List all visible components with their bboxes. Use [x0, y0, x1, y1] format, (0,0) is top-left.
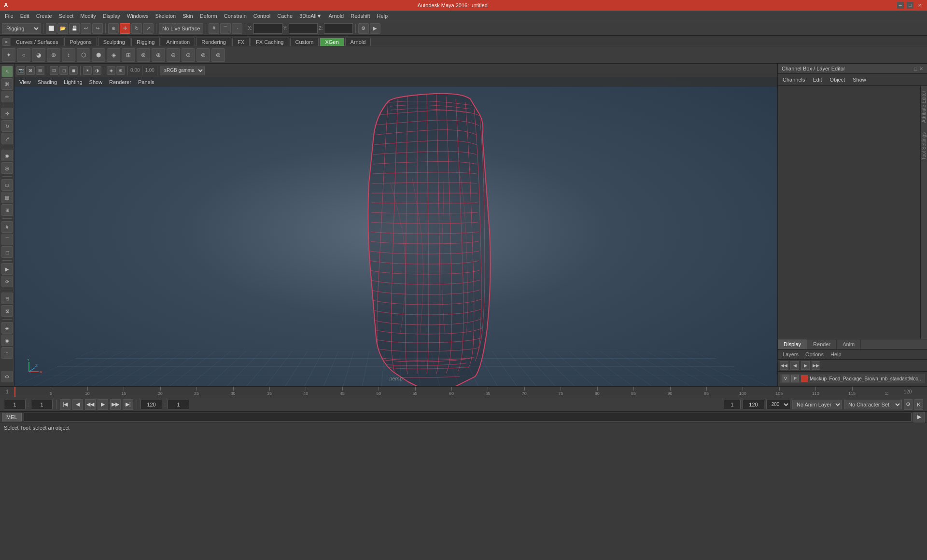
range-start-field[interactable]: [31, 400, 53, 409]
layer-tab-display[interactable]: Display: [778, 339, 807, 349]
shelf-icon-14[interactable]: ⊚: [197, 48, 210, 62]
play-back-btn[interactable]: ◀◀: [85, 399, 96, 410]
new-scene-btn[interactable]: ⬜: [46, 23, 56, 34]
menu-item-help[interactable]: Help: [374, 12, 391, 20]
menu-item-control[interactable]: Control: [251, 12, 273, 20]
current-frame-field[interactable]: [4, 400, 26, 409]
menu-item-edit[interactable]: Edit: [17, 12, 32, 20]
shelf-icon-8[interactable]: ◈: [107, 48, 120, 62]
vp-shadows[interactable]: ◑: [93, 66, 101, 75]
layer-item[interactable]: V P Mockup_Food_Package_Brown_mb_standar…: [780, 374, 925, 383]
shelf-icon-2[interactable]: ○: [17, 48, 30, 62]
anim-layer-select[interactable]: No Anim Layer: [792, 400, 842, 409]
lasso-btn[interactable]: ⌘: [1, 78, 13, 90]
maximize-button[interactable]: □: [907, 2, 913, 9]
channel-box-float-btn[interactable]: ◻: [913, 66, 917, 71]
help-menu[interactable]: Help: [828, 350, 844, 358]
layer-tab-anim[interactable]: Anim: [837, 339, 861, 349]
show-ui-btn[interactable]: ⊟: [1, 293, 13, 304]
current-frame-field2[interactable]: [168, 400, 189, 409]
move-tool[interactable]: ✛: [120, 23, 130, 34]
snap-grid[interactable]: #: [209, 23, 219, 34]
misc-btn2[interactable]: ◉: [1, 335, 13, 346]
shelf-tab-rendering[interactable]: Rendering: [196, 38, 231, 46]
vp-menu-show[interactable]: Show: [86, 78, 106, 86]
menu-item-file[interactable]: File: [2, 12, 16, 20]
menu-item-windows[interactable]: Windows: [124, 12, 152, 20]
channel-box-close-btn[interactable]: ✕: [919, 66, 923, 71]
hierarchy-btn[interactable]: ⊞: [1, 204, 13, 216]
snap-surface-btn[interactable]: ◻: [1, 246, 13, 258]
component-btn[interactable]: ▩: [1, 192, 13, 203]
shelf-icon-3[interactable]: ◕: [32, 48, 45, 62]
show-manip-btn[interactable]: ◎: [1, 162, 13, 174]
scale-btn[interactable]: ⤢: [1, 133, 13, 144]
snap-grid-btn[interactable]: #: [1, 221, 13, 233]
playhead[interactable]: [14, 387, 15, 397]
shelf-tab-fx[interactable]: FX: [232, 38, 250, 46]
x-field[interactable]: [253, 23, 282, 34]
shelf-icon-1[interactable]: ✦: [2, 48, 15, 62]
shelf-icon-10[interactable]: ⊗: [137, 48, 150, 62]
mel-input[interactable]: [24, 413, 912, 421]
vp-smooth[interactable]: ◻: [59, 66, 68, 75]
layer-playback[interactable]: P: [791, 375, 799, 382]
shelf-icon-12[interactable]: ⊖: [167, 48, 180, 62]
shelf-tab-custom[interactable]: Custom: [290, 38, 319, 46]
menu-item-skin[interactable]: Skin: [180, 12, 196, 20]
scale-tool[interactable]: ⤢: [143, 23, 154, 34]
redo-btn[interactable]: ↪: [92, 23, 103, 34]
menu-item-create[interactable]: Create: [33, 12, 55, 20]
hide-ui-btn[interactable]: ⊠: [1, 305, 13, 317]
undo-btn[interactable]: ↩: [81, 23, 91, 34]
shelf-icon-13[interactable]: ⊙: [182, 48, 195, 62]
menu-item-3dtoall▼[interactable]: 3DtoAll▼: [296, 12, 324, 20]
layer-fwd-btn[interactable]: ▶: [801, 361, 810, 370]
menu-item-cache[interactable]: Cache: [274, 12, 295, 20]
paint-btn[interactable]: ✏: [1, 91, 13, 102]
shelf-tab-arnold[interactable]: Arnold: [345, 38, 371, 46]
ipr-btn[interactable]: ⟳: [1, 276, 13, 287]
render-settings[interactable]: ⚙: [358, 23, 369, 34]
vp-fit-btn[interactable]: ⊠: [26, 66, 35, 75]
vp-shaded[interactable]: ◼: [69, 66, 78, 75]
misc-btn3[interactable]: ○: [1, 347, 13, 359]
layer-tab-render[interactable]: Render: [807, 339, 837, 349]
vp-menu-renderer[interactable]: Renderer: [106, 78, 134, 86]
close-button[interactable]: ✕: [916, 2, 923, 9]
vp-frame-btn[interactable]: ⊞: [36, 66, 44, 75]
menu-item-modify[interactable]: Modify: [77, 12, 98, 20]
timeline-ruler[interactable]: 5101520253035404550556065707580859095100…: [14, 387, 888, 397]
range-end-field[interactable]: [140, 400, 162, 409]
attribute-editor-strip[interactable]: Attribute Editor Tool Settings: [920, 86, 927, 339]
options-menu[interactable]: Options: [802, 350, 827, 358]
shelf-tab-animation[interactable]: Animation: [161, 38, 195, 46]
next-frame-btn[interactable]: ▶▶: [110, 399, 121, 410]
mode-dropdown[interactable]: Rigging: [2, 23, 41, 34]
auto-key-btn[interactable]: K: [914, 399, 923, 410]
mel-label[interactable]: MEL: [2, 413, 22, 421]
rotate-btn[interactable]: ↻: [1, 120, 13, 132]
snap-curve[interactable]: ⌒: [220, 23, 231, 34]
playback-end-field[interactable]: [743, 400, 764, 409]
menu-item-display[interactable]: Display: [100, 12, 123, 20]
vp-lights[interactable]: ☀: [83, 66, 92, 75]
shelf-options-btn[interactable]: ≡: [2, 38, 10, 46]
menu-item-deform[interactable]: Deform: [197, 12, 220, 20]
prev-frame-btn[interactable]: ◀: [72, 399, 83, 410]
layer-prev-btn[interactable]: ◀◀: [780, 361, 788, 370]
vp-camera-btn[interactable]: 📷: [16, 66, 25, 75]
shelf-icon-5[interactable]: ↕: [62, 48, 75, 62]
viewport-3d[interactable]: View Shading Lighting Show Renderer Pane…: [14, 77, 777, 386]
object-mode-btn[interactable]: □: [1, 179, 13, 191]
menu-item-redshift[interactable]: Redshift: [348, 12, 373, 20]
z-field[interactable]: [324, 23, 353, 34]
shelf-tab-curves---surfaces[interactable]: Curves / Surfaces: [11, 38, 63, 46]
render-btn[interactable]: ▶: [370, 23, 380, 34]
mel-execute-btn[interactable]: ▶: [913, 412, 925, 422]
menu-item-arnold[interactable]: Arnold: [325, 12, 347, 20]
y-field[interactable]: [289, 23, 318, 34]
vp-isolate[interactable]: ◈: [107, 66, 115, 75]
render-view-btn[interactable]: ▶: [1, 263, 13, 275]
layers-menu[interactable]: Layers: [780, 350, 801, 358]
